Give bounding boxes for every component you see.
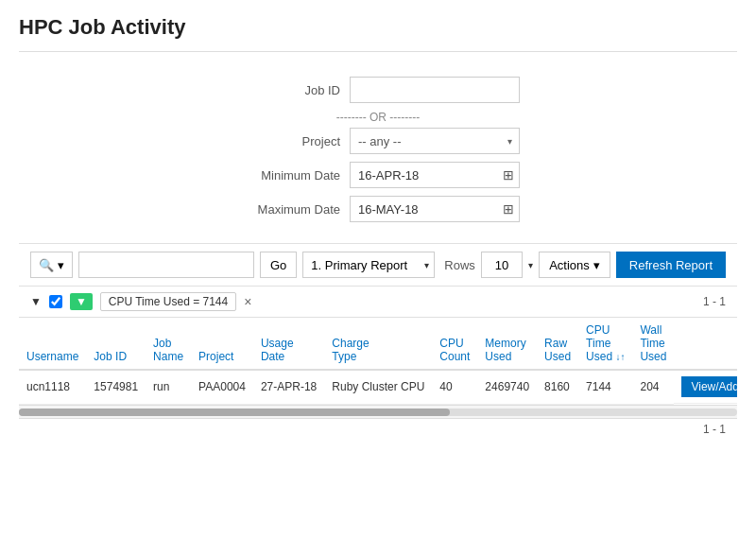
table-cell: PAA0004 — [191, 370, 253, 404]
filter-tag: CPU Time Used = 7144 — [100, 292, 236, 311]
project-row: Project -- any -- ▾ — [38, 128, 718, 154]
col-header-cpu-count: CPUCount — [432, 318, 477, 370]
col-header-project: Project — [191, 318, 253, 370]
table-cell: 1574981 — [86, 370, 146, 404]
table-cell: 204 — [632, 370, 674, 404]
min-date-wrapper: ⊞ — [350, 162, 520, 188]
refresh-report-button[interactable]: Refresh Report — [616, 252, 726, 278]
max-date-input[interactable] — [350, 196, 520, 222]
filter-expand-icon[interactable]: ▼ — [30, 295, 42, 308]
filter-count: 1 - 1 — [703, 295, 726, 308]
search-button[interactable]: 🔍 ▾ — [30, 252, 73, 278]
col-header-job-name: JobName — [146, 318, 191, 370]
table-cell: 2469740 — [477, 370, 537, 404]
actions-label: Actions — [549, 258, 590, 272]
col-label-usage-date: UsageDate — [261, 337, 317, 363]
data-table-section: Username Job ID JobName Project UsageDat… — [19, 318, 737, 406]
project-select[interactable]: -- any -- — [350, 128, 520, 154]
min-date-label: Minimum Date — [236, 168, 340, 183]
filter-row: ▼ ▼ CPU Time Used = 7144 × 1 - 1 — [19, 287, 737, 318]
page-title: HPC Job Activity — [19, 15, 737, 52]
horizontal-scrollbar[interactable] — [19, 406, 737, 419]
col-label-job-name: JobName — [153, 337, 183, 363]
col-header-actions — [674, 318, 737, 370]
col-header-raw-used: RawUsed — [537, 318, 578, 370]
actions-button[interactable]: Actions ▾ — [539, 252, 610, 278]
table-cell: 7144 — [578, 370, 632, 404]
rows-chevron-icon: ▾ — [528, 260, 533, 270]
max-date-calendar-icon[interactable]: ⊞ — [503, 201, 514, 217]
filter-funnel-button[interactable]: ▼ — [70, 293, 93, 310]
min-date-calendar-icon[interactable]: ⊞ — [503, 167, 514, 183]
min-date-input[interactable] — [350, 162, 520, 188]
rows-select[interactable]: 10 25 50 100 — [481, 252, 523, 278]
col-header-username: Username — [19, 318, 86, 370]
table-cell: run — [146, 370, 191, 404]
max-date-row: Maximum Date ⊞ — [38, 196, 718, 222]
job-id-row: Job ID — [38, 77, 718, 103]
max-date-label: Maximum Date — [236, 202, 340, 217]
col-label-wall-time-used: WallTimeUsed — [640, 323, 666, 363]
filter-form: Job ID -------- OR -------- Project -- a… — [19, 67, 737, 244]
scrollbar-track — [19, 409, 737, 416]
table-cell: 27-APR-18 — [253, 370, 324, 404]
col-header-charge-type: ChargeType — [324, 318, 432, 370]
col-label-cpu-count: CPUCount — [439, 337, 470, 363]
col-label-charge-type: ChargeType — [332, 337, 424, 363]
bottom-count: 1 - 1 — [19, 419, 737, 440]
actions-cell: View/Add NoteAdd Cre — [674, 371, 737, 404]
col-label-raw-used: RawUsed — [544, 337, 571, 363]
job-id-label: Job ID — [236, 83, 340, 97]
col-header-wall-time-used: WallTimeUsed — [632, 318, 674, 370]
col-label-job-id: Job ID — [94, 350, 138, 363]
rows-label: Rows — [444, 258, 475, 272]
job-id-input[interactable] — [350, 77, 520, 103]
min-date-row: Minimum Date ⊞ — [38, 162, 718, 188]
table-cell: ucn1118 — [19, 370, 86, 404]
view-add-note-button[interactable]: View/Add Note — [681, 376, 737, 397]
col-header-memory-used: MemoryUsed — [477, 318, 537, 370]
project-select-wrapper: -- any -- ▾ — [350, 128, 520, 154]
table-body: ucn11181574981runPAA000427-APR-18Ruby Cl… — [19, 370, 737, 404]
table-cell: Ruby Cluster CPU — [324, 370, 432, 404]
report-select[interactable]: 1. Primary Report — [302, 252, 435, 278]
col-label-username: Username — [26, 350, 78, 363]
col-header-job-id: Job ID — [86, 318, 146, 370]
table-cell: 8160 — [537, 370, 578, 404]
or-divider: -------- OR -------- — [38, 111, 718, 124]
col-label-cpu-time-used: CPUTimeUsed ↓↑ — [586, 323, 625, 363]
col-label-project: Project — [198, 350, 246, 363]
filter-close-icon[interactable]: × — [244, 294, 251, 309]
search-icon: 🔍 — [39, 258, 54, 272]
data-table: Username Job ID JobName Project UsageDat… — [19, 318, 737, 405]
scrollbar-thumb — [19, 409, 450, 416]
max-date-wrapper: ⊞ — [350, 196, 520, 222]
table-header-row: Username Job ID JobName Project UsageDat… — [19, 318, 737, 370]
col-label-memory-used: MemoryUsed — [485, 337, 529, 363]
report-select-wrapper: 1. Primary Report ▾ — [302, 252, 435, 278]
project-label: Project — [236, 134, 340, 148]
table-row: ucn11181574981runPAA000427-APR-18Ruby Cl… — [19, 370, 737, 404]
table-cell: 40 — [432, 370, 477, 404]
sort-icon-cpu-time: ↓↑ — [615, 352, 625, 362]
search-input[interactable] — [78, 252, 254, 278]
col-header-usage-date: UsageDate — [253, 318, 324, 370]
col-header-cpu-time-used[interactable]: CPUTimeUsed ↓↑ — [578, 318, 632, 370]
actions-chevron-icon: ▾ — [593, 258, 600, 272]
go-button[interactable]: Go — [260, 252, 297, 278]
toolbar: 🔍 ▾ Go 1. Primary Report ▾ Rows 10 25 50… — [19, 244, 737, 287]
search-chevron-icon: ▾ — [58, 258, 64, 272]
filter-checkbox[interactable] — [49, 295, 62, 308]
